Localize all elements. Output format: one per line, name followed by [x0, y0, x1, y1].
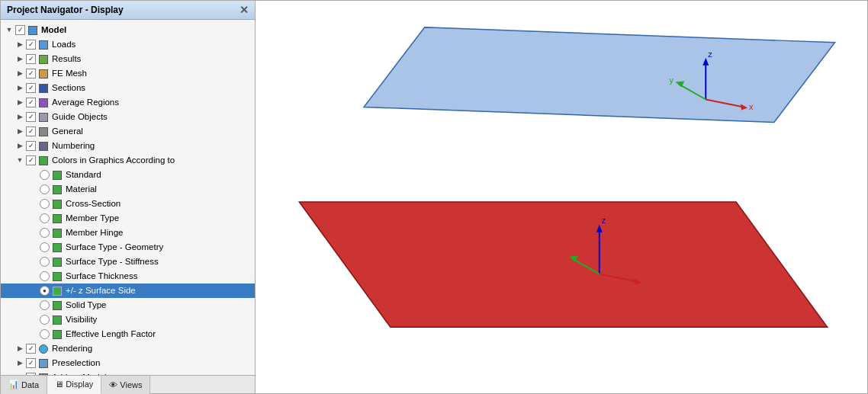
- tree-item-fe-mesh[interactable]: ▶ FE Mesh: [1, 66, 255, 81]
- expander-average-regions[interactable]: ▶: [14, 98, 25, 108]
- close-button[interactable]: ✕: [240, 5, 249, 15]
- tree-item-surface-thickness[interactable]: Surface Thickness: [1, 269, 255, 283]
- 3d-scene: z y x z: [256, 1, 867, 393]
- svg-marker-11: [299, 202, 827, 327]
- checkbox-results[interactable]: [26, 54, 36, 64]
- expander-sections[interactable]: ▶: [14, 83, 25, 94]
- viewport-3d[interactable]: z y x z: [256, 1, 867, 393]
- label-preselection: Preselection: [52, 357, 100, 370]
- tree-item-surface-type-stiff[interactable]: Surface Type - Stiffness: [1, 255, 255, 269]
- tree-item-results[interactable]: ▶ Results: [1, 52, 255, 66]
- expander-member-hinge: [28, 228, 39, 239]
- material-icon: [51, 184, 63, 196]
- expander-rendering[interactable]: ▶: [14, 344, 25, 354]
- radio-solid-type[interactable]: [40, 300, 50, 310]
- checkbox-general[interactable]: [26, 127, 36, 136]
- tree-item-average-regions[interactable]: ▶ Average Regions: [1, 95, 255, 110]
- checkbox-guide-objects[interactable]: [26, 112, 36, 122]
- checkbox-average-regions[interactable]: [26, 98, 36, 107]
- tree-item-numbering[interactable]: ▶ Numbering: [1, 139, 255, 153]
- label-eff-length: Effective Length Factor: [66, 328, 156, 341]
- expander-loads[interactable]: ▶: [14, 40, 25, 50]
- label-material: Material: [66, 183, 97, 196]
- tree-item-visibility[interactable]: Visibility: [1, 312, 255, 327]
- tree-item-cross-section[interactable]: Cross-Section: [1, 197, 255, 211]
- radio-visibility[interactable]: [40, 315, 50, 325]
- tree-item-guide-objects[interactable]: ▶ Guide Objects: [1, 110, 255, 124]
- svg-text:y: y: [669, 75, 674, 85]
- tree-item-material[interactable]: Material: [1, 182, 255, 197]
- tree-item-member-hinge[interactable]: Member Hinge: [1, 226, 255, 240]
- tab-data[interactable]: 📊 Data: [1, 376, 47, 394]
- label-numbering: Numbering: [52, 139, 95, 152]
- checkbox-numbering[interactable]: [26, 141, 36, 151]
- expander-model[interactable]: ▼: [4, 25, 14, 36]
- tree-item-preselection[interactable]: ▶ Preselection: [1, 356, 255, 370]
- surface-thickness-icon: [51, 271, 63, 283]
- checkbox-fe-mesh[interactable]: [26, 69, 36, 78]
- expander-guide-objects[interactable]: ▶: [14, 112, 25, 123]
- expander-preselection[interactable]: ▶: [14, 358, 25, 369]
- svg-text:z: z: [602, 216, 606, 225]
- checkbox-colors[interactable]: [26, 155, 36, 165]
- tree-item-surface-side[interactable]: +/- z Surface Side: [1, 283, 255, 298]
- radio-surface-type-stiff[interactable]: [40, 257, 50, 267]
- tree-item-loads[interactable]: ▶ Loads: [1, 37, 255, 52]
- tab-display[interactable]: 🖥 Display: [47, 376, 101, 394]
- svg-text:z: z: [708, 50, 712, 59]
- sections-icon: [37, 82, 50, 94]
- colors-icon: [37, 155, 50, 167]
- radio-surface-type-geo[interactable]: [40, 242, 50, 252]
- checkbox-rendering[interactable]: [26, 344, 36, 354]
- label-solid-type: Solid Type: [66, 299, 107, 312]
- checkbox-sections[interactable]: [26, 83, 36, 93]
- display-tab-icon: 🖥: [55, 380, 63, 389]
- tree-item-colors[interactable]: ▼ Colors in Graphics According to: [1, 153, 255, 168]
- radio-member-type[interactable]: [40, 213, 50, 223]
- label-surface-side: +/- z Surface Side: [66, 284, 136, 297]
- fe-mesh-icon: [37, 68, 50, 80]
- checkbox-model[interactable]: [15, 25, 25, 35]
- tree-item-general[interactable]: ▶ General: [1, 124, 255, 139]
- member-type-icon: [51, 213, 63, 225]
- radio-member-hinge[interactable]: [40, 228, 50, 238]
- label-general: General: [52, 125, 83, 138]
- surface-type-geo-icon: [51, 242, 63, 254]
- expander-colors[interactable]: ▼: [14, 155, 25, 166]
- tree-item-surface-type-geo[interactable]: Surface Type - Geometry: [1, 240, 255, 255]
- expander-results[interactable]: ▶: [14, 54, 25, 65]
- expander-fe-mesh[interactable]: ▶: [14, 69, 25, 79]
- expander-solid-type: [28, 300, 39, 311]
- expander-general[interactable]: ▶: [14, 127, 25, 137]
- radio-cross-section[interactable]: [40, 199, 50, 209]
- expander-numbering[interactable]: ▶: [14, 141, 25, 152]
- checkbox-loads[interactable]: [26, 40, 36, 50]
- radio-eff-length[interactable]: [40, 329, 50, 339]
- tree-item-rendering[interactable]: ▶ Rendering: [1, 341, 255, 356]
- tree-item-sections[interactable]: ▶ Sections: [1, 81, 255, 95]
- surface-type-stiff-icon: [51, 256, 63, 268]
- tree-item-model[interactable]: ▼ Model: [1, 23, 255, 37]
- radio-surface-side[interactable]: [40, 286, 50, 296]
- model-icon: [27, 24, 39, 37]
- cross-section-icon: [51, 198, 63, 210]
- expander-surface-thickness: [28, 271, 39, 282]
- panel-title-bar: Project Navigator - Display ✕: [1, 1, 255, 20]
- radio-surface-thickness[interactable]: [40, 271, 50, 281]
- expander-surface-type-geo: [28, 242, 39, 253]
- tree-item-member-type[interactable]: Member Type: [1, 211, 255, 226]
- data-tab-icon: 📊: [8, 380, 19, 389]
- label-sections: Sections: [52, 82, 85, 94]
- tree-item-solid-type[interactable]: Solid Type: [1, 298, 255, 312]
- label-cross-section: Cross-Section: [66, 197, 121, 210]
- radio-material[interactable]: [40, 184, 50, 194]
- project-navigator-panel: Project Navigator - Display ✕ ▼ Model ▶ …: [0, 0, 256, 394]
- viewport-panel: z y x z: [256, 0, 868, 394]
- tree-item-eff-length[interactable]: Effective Length Factor: [1, 327, 255, 341]
- radio-standard[interactable]: [40, 170, 50, 180]
- checkbox-preselection[interactable]: [26, 358, 36, 368]
- results-icon: [37, 53, 50, 66]
- panel-title: Project Navigator - Display: [7, 5, 124, 15]
- tree-item-standard[interactable]: Standard: [1, 168, 255, 182]
- tab-views[interactable]: 👁 Views: [101, 376, 150, 394]
